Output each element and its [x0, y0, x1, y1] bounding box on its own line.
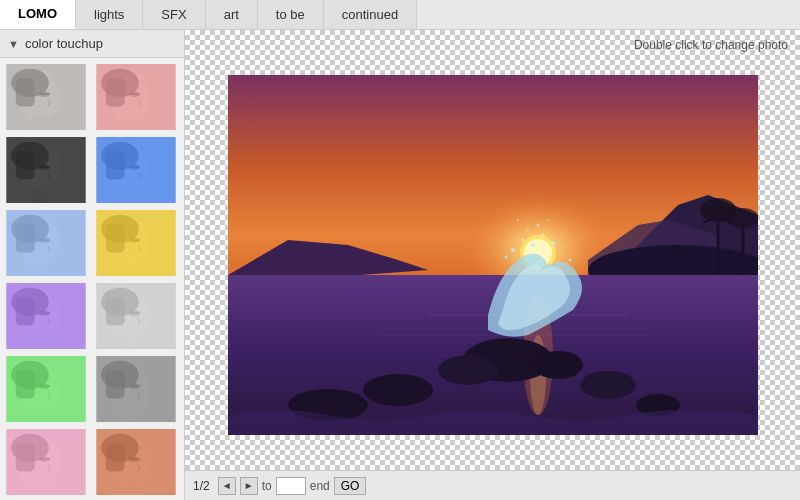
tab-art[interactable]: art: [206, 0, 258, 29]
thumbnail-item[interactable]: [4, 62, 88, 132]
thumbnail-item[interactable]: [4, 427, 88, 497]
thumbnail-item[interactable]: [94, 281, 178, 351]
thumbnail-item[interactable]: [4, 208, 88, 278]
tab-continued[interactable]: continued: [324, 0, 417, 29]
svg-rect-7: [6, 64, 85, 130]
tab-bar: LOMO lights SFX art to be continued: [0, 0, 800, 30]
page-info: 1/2: [193, 479, 210, 493]
left-panel: ▼ color touchup: [0, 30, 185, 500]
svg-rect-31: [96, 137, 175, 203]
svg-point-128: [551, 241, 555, 245]
svg-point-118: [438, 355, 498, 385]
hint-text: Double click to change photo: [634, 38, 788, 52]
right-panel: Double click to change photo: [185, 30, 800, 500]
end-label: end: [310, 479, 330, 493]
thumbnail-item[interactable]: [94, 135, 178, 205]
photo-svg: [228, 75, 758, 435]
svg-point-131: [504, 256, 507, 259]
svg-rect-63: [96, 283, 175, 349]
svg-point-130: [536, 224, 539, 227]
svg-point-129: [527, 229, 529, 231]
svg-point-119: [533, 351, 583, 379]
svg-rect-15: [96, 64, 175, 130]
svg-rect-95: [96, 429, 175, 495]
thumbnail-item[interactable]: [94, 62, 178, 132]
svg-rect-79: [96, 356, 175, 422]
svg-rect-55: [6, 283, 85, 349]
tab-lomo[interactable]: LOMO: [0, 0, 76, 29]
svg-rect-39: [6, 210, 85, 276]
svg-rect-47: [96, 210, 175, 276]
svg-point-132: [568, 259, 571, 262]
svg-point-110: [727, 208, 758, 228]
thumbnail-item[interactable]: [94, 208, 178, 278]
thumbnail-item[interactable]: [4, 135, 88, 205]
thumbnail-item[interactable]: [94, 354, 178, 424]
section-header-color-touchup[interactable]: ▼ color touchup: [0, 30, 184, 58]
svg-rect-87: [6, 429, 85, 495]
svg-rect-71: [6, 356, 85, 422]
thumbnail-item[interactable]: [4, 281, 88, 351]
thumbnail-item[interactable]: [4, 354, 88, 424]
page-input[interactable]: [276, 477, 306, 495]
main-layout: ▼ color touchup: [0, 30, 800, 500]
photo-area: [185, 30, 800, 470]
thumbnails-grid: [0, 58, 184, 500]
chevron-down-icon: ▼: [8, 38, 19, 50]
photo-frame[interactable]: [228, 75, 758, 435]
svg-point-134: [547, 219, 549, 221]
svg-point-127: [541, 234, 544, 237]
svg-point-121: [580, 371, 636, 399]
svg-point-133: [517, 219, 519, 221]
prev-page-button[interactable]: ◄: [218, 477, 236, 495]
next-page-button[interactable]: ►: [240, 477, 258, 495]
svg-rect-23: [6, 137, 85, 203]
svg-point-125: [521, 239, 524, 242]
tab-tobe[interactable]: to be: [258, 0, 324, 29]
svg-point-120: [363, 374, 433, 406]
go-button[interactable]: GO: [334, 477, 367, 495]
svg-point-126: [531, 243, 535, 247]
svg-point-124: [511, 248, 515, 252]
to-label: to: [262, 479, 272, 493]
thumbnail-item[interactable]: [94, 427, 178, 497]
pagination-bar: 1/2 ◄ ► to end GO: [185, 470, 800, 500]
section-label: color touchup: [25, 36, 103, 51]
tab-sfx[interactable]: SFX: [143, 0, 205, 29]
tab-lights[interactable]: lights: [76, 0, 143, 29]
